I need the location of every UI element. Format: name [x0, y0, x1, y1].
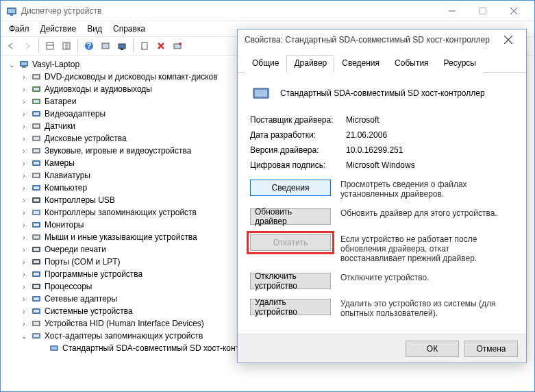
cancel-button[interactable]: Отмена — [464, 341, 518, 357]
svg-text:?: ? — [86, 41, 91, 51]
app-icon — [6, 5, 17, 16]
menu-view[interactable]: Вид — [82, 23, 108, 35]
computer-icon — [18, 59, 29, 70]
svg-rect-31 — [34, 100, 39, 103]
rollback-driver-button[interactable]: Откатить — [250, 234, 331, 251]
svg-rect-59 — [34, 273, 39, 275]
expand-icon[interactable]: › — [20, 234, 28, 241]
device-category-icon — [31, 256, 42, 267]
svg-rect-39 — [34, 149, 39, 152]
svg-rect-65 — [34, 310, 39, 313]
device-category-icon — [31, 133, 42, 144]
device-category-icon — [31, 207, 42, 218]
version-label: Версия драйвера: — [250, 145, 346, 155]
date-value: 21.06.2006 — [346, 130, 514, 140]
svg-rect-47 — [34, 199, 39, 201]
provider-label: Поставщик драйвера: — [250, 115, 346, 125]
svg-rect-25 — [22, 66, 26, 68]
device-category-icon — [31, 84, 42, 95]
host-adapter-icon — [49, 343, 60, 354]
tree-item-label: Системные устройства — [45, 306, 133, 316]
svg-rect-15 — [102, 43, 109, 49]
expand-icon[interactable]: › — [20, 184, 28, 192]
device-category-icon — [31, 71, 42, 82]
collapse-icon[interactable]: ⌄ — [20, 332, 28, 340]
svg-rect-41 — [34, 162, 39, 164]
menu-help[interactable]: Справка — [108, 23, 151, 35]
device-category-icon — [31, 195, 42, 206]
date-label: Дата разработки: — [250, 130, 346, 140]
tab-events[interactable]: События — [387, 55, 436, 73]
maximize-button[interactable] — [467, 1, 498, 21]
dialog-close-button[interactable] — [497, 30, 519, 49]
expand-icon[interactable]: › — [20, 98, 28, 106]
expand-icon[interactable]: › — [20, 73, 28, 81]
svg-rect-53 — [34, 236, 39, 238]
tree-item-label: Аудиовходы и аудиовыходы — [45, 84, 152, 94]
device-category-icon — [31, 232, 42, 243]
svg-rect-4 — [480, 8, 486, 14]
menu-action[interactable]: Действие — [35, 23, 82, 35]
expand-icon[interactable]: › — [20, 197, 28, 204]
expand-icon[interactable]: › — [20, 295, 28, 303]
expand-icon[interactable]: › — [20, 123, 28, 130]
expand-icon[interactable]: › — [20, 258, 28, 266]
device-name: Стандартный SDA-совместимый SD хост-конт… — [280, 88, 485, 98]
device-category-icon — [31, 219, 42, 230]
menu-file[interactable]: Файл — [3, 23, 35, 35]
expand-icon[interactable]: › — [20, 110, 28, 118]
tree-item-label: Программные устройства — [45, 269, 142, 279]
toolbar-btn-8[interactable] — [170, 38, 185, 53]
expand-icon[interactable]: › — [20, 172, 28, 180]
device-category-icon — [31, 281, 42, 292]
tab-details[interactable]: Сведения — [334, 55, 387, 73]
expand-icon[interactable]: › — [20, 160, 28, 167]
svg-rect-49 — [34, 211, 39, 214]
expand-icon[interactable]: › — [20, 209, 28, 217]
expand-icon[interactable]: › — [20, 283, 28, 291]
expand-icon[interactable]: › — [20, 308, 28, 315]
uninstall-device-button[interactable]: Удалить устройство — [250, 299, 331, 315]
disable-device-button[interactable]: Отключить устройство — [250, 273, 331, 289]
back-button[interactable] — [3, 38, 18, 53]
tab-general[interactable]: Общие — [245, 55, 286, 73]
svg-rect-63 — [34, 297, 39, 300]
tree-item-label: Хост-адаптеры запоминающих устройств — [45, 331, 203, 341]
ok-button[interactable]: ОК — [406, 341, 459, 357]
tab-resources[interactable]: Ресурсы — [436, 55, 484, 73]
device-category-icon — [31, 293, 42, 304]
svg-rect-29 — [34, 88, 39, 90]
expand-icon[interactable]: › — [20, 246, 28, 254]
dialog-title: Свойства: Стандартный SDA-совместимый SD… — [245, 35, 497, 45]
svg-rect-55 — [34, 248, 39, 251]
svg-rect-17 — [121, 49, 123, 50]
tab-driver[interactable]: Драйвер — [286, 55, 334, 73]
svg-rect-69 — [34, 334, 39, 337]
toolbar-btn-2[interactable] — [59, 38, 74, 53]
remove-button[interactable] — [153, 38, 169, 53]
expand-icon[interactable]: › — [20, 135, 28, 143]
help-button[interactable]: ? — [82, 38, 97, 53]
driver-details-button[interactable]: Сведения — [250, 180, 331, 196]
collapse-icon[interactable]: ⌄ — [8, 61, 16, 69]
toolbar-btn-5[interactable] — [114, 38, 129, 53]
expand-icon[interactable]: › — [20, 320, 28, 328]
toolbar-btn-4[interactable] — [98, 38, 113, 53]
forward-button[interactable] — [20, 38, 35, 53]
expand-icon[interactable]: › — [20, 271, 28, 278]
svg-rect-71 — [51, 347, 57, 350]
expand-icon[interactable]: › — [20, 221, 28, 229]
update-driver-button[interactable]: Обновить драйвер — [250, 208, 331, 225]
expand-icon[interactable]: › — [20, 86, 28, 93]
tree-item-label: Батареи — [45, 97, 76, 106]
minimize-button[interactable] — [436, 1, 467, 21]
close-button[interactable] — [498, 1, 529, 21]
tree-item-label: DVD-дисководы и дисководы компакт-дисков — [45, 72, 218, 82]
expand-icon[interactable]: › — [20, 147, 28, 155]
tree-item-label: Датчики — [45, 121, 75, 131]
svg-rect-33 — [34, 112, 39, 115]
scan-button[interactable] — [137, 38, 152, 53]
svg-rect-67 — [34, 322, 39, 325]
svg-rect-61 — [34, 285, 39, 288]
toolbar-btn-1[interactable] — [42, 38, 58, 53]
